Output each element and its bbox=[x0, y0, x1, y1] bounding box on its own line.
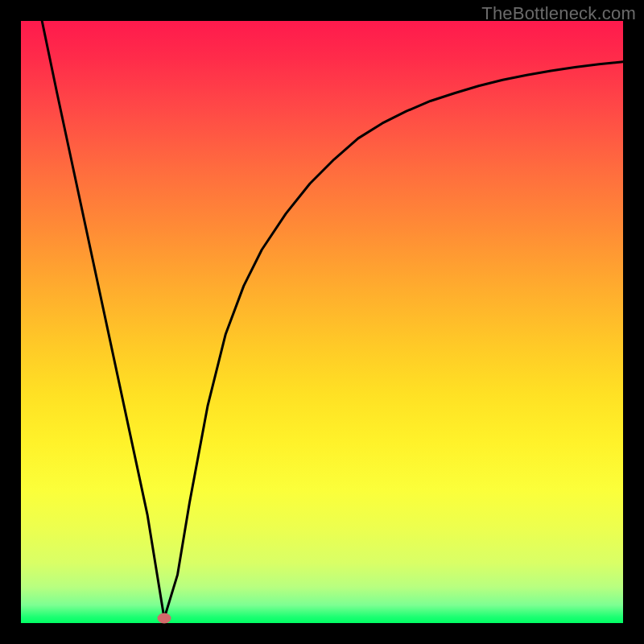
plot-area bbox=[21, 21, 623, 623]
optimal-point-marker bbox=[158, 613, 171, 624]
watermark-text: TheBottleneck.com bbox=[481, 3, 636, 24]
bottleneck-curve bbox=[42, 21, 623, 618]
curve-svg bbox=[21, 21, 623, 623]
chart-frame: TheBottleneck.com bbox=[0, 0, 644, 644]
